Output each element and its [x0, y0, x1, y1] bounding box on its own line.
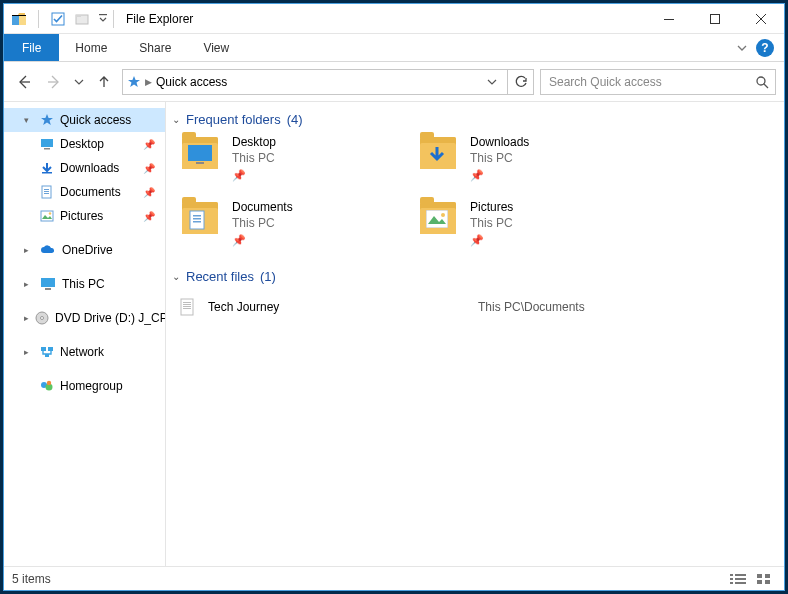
sidebar-item-this-pc[interactable]: ▸ This PC — [4, 272, 165, 296]
navigation-bar: ▶ Quick access — [4, 62, 784, 102]
pin-icon: 📌 — [143, 139, 155, 150]
desktop-icon — [40, 137, 54, 151]
folder-icon — [416, 200, 460, 240]
recent-file-item[interactable]: Tech Journey This PC\Documents — [178, 292, 772, 322]
pin-icon: 📌 — [232, 169, 276, 182]
sidebar-item-network[interactable]: ▸ Network — [4, 340, 165, 364]
svg-rect-46 — [730, 582, 733, 584]
svg-rect-47 — [735, 582, 746, 584]
address-bar[interactable]: ▶ Quick access — [122, 69, 508, 95]
chevron-down-icon[interactable]: ⌄ — [172, 271, 180, 282]
file-explorer-window: File Explorer File Home Share View ? — [3, 3, 785, 591]
tab-view[interactable]: View — [187, 34, 245, 61]
svg-rect-50 — [757, 580, 762, 584]
details-view-button[interactable] — [726, 570, 750, 588]
sidebar-item-label: Homegroup — [60, 379, 123, 393]
svg-rect-12 — [42, 172, 52, 174]
pin-icon: 📌 — [470, 169, 529, 182]
svg-rect-5 — [76, 15, 81, 17]
recent-locations-dropdown-icon[interactable] — [72, 70, 86, 94]
chevron-right-icon[interactable]: ▶ — [145, 77, 152, 87]
chevron-right-icon[interactable]: ▸ — [24, 245, 34, 255]
properties-qat-icon[interactable] — [49, 10, 67, 28]
svg-rect-11 — [44, 148, 50, 150]
search-input[interactable] — [547, 74, 755, 90]
sidebar-item-documents[interactable]: Documents 📌 — [4, 180, 165, 204]
svg-point-9 — [757, 77, 765, 85]
breadcrumb-quick-access[interactable]: Quick access — [156, 75, 227, 89]
svg-rect-35 — [426, 210, 448, 228]
tab-file[interactable]: File — [4, 34, 59, 61]
chevron-down-icon[interactable]: ⌄ — [172, 114, 180, 125]
folder-item-documents[interactable]: Documents This PC 📌 — [178, 200, 408, 247]
folder-item-desktop[interactable]: Desktop This PC 📌 — [178, 135, 408, 182]
help-button[interactable]: ? — [756, 39, 774, 57]
svg-point-36 — [441, 213, 445, 217]
sidebar-item-label: This PC — [62, 277, 105, 291]
sidebar-item-quick-access[interactable]: ▾ Quick access — [4, 108, 165, 132]
sidebar-item-downloads[interactable]: Downloads 📌 — [4, 156, 165, 180]
quick-access-star-icon — [127, 75, 141, 89]
navigation-pane[interactable]: ▾ Quick access Desktop 📌 Downloads 📌 Doc… — [4, 102, 166, 566]
back-button[interactable] — [12, 70, 36, 94]
minimize-button[interactable] — [646, 4, 692, 34]
sidebar-item-dvd-drive[interactable]: ▸ DVD Drive (D:) J_CPRA — [4, 306, 165, 330]
svg-rect-20 — [45, 288, 51, 290]
sidebar-item-label: Downloads — [60, 161, 119, 175]
disc-icon — [35, 311, 49, 325]
svg-rect-6 — [99, 14, 107, 15]
ribbon-expand-icon[interactable] — [728, 34, 756, 61]
maximize-button[interactable] — [692, 4, 738, 34]
folder-item-downloads[interactable]: Downloads This PC 📌 — [416, 135, 646, 182]
address-history-dropdown-icon[interactable] — [481, 77, 503, 87]
chevron-down-icon[interactable]: ▾ — [24, 115, 34, 125]
content-pane[interactable]: ⌄ Frequent folders (4) Desktop This PC 📌 — [166, 102, 784, 566]
up-button[interactable] — [92, 70, 116, 94]
sidebar-item-onedrive[interactable]: ▸ OneDrive — [4, 238, 165, 262]
sidebar-item-homegroup[interactable]: ▸ Homegroup — [4, 374, 165, 398]
sidebar-item-desktop[interactable]: Desktop 📌 — [4, 132, 165, 156]
svg-rect-10 — [41, 139, 53, 147]
app-icon[interactable] — [10, 10, 28, 28]
close-button[interactable] — [738, 4, 784, 34]
pin-icon: 📌 — [470, 234, 513, 247]
folder-name: Desktop — [232, 135, 276, 149]
chevron-right-icon[interactable]: ▸ — [24, 347, 34, 357]
sidebar-item-label: OneDrive — [62, 243, 113, 257]
search-icon[interactable] — [755, 75, 769, 89]
folder-location: This PC — [470, 151, 529, 165]
onedrive-icon — [40, 244, 56, 256]
svg-rect-8 — [711, 14, 720, 23]
svg-rect-40 — [183, 306, 191, 307]
refresh-button[interactable] — [508, 69, 534, 95]
folder-location: This PC — [232, 216, 293, 230]
folder-icon — [416, 135, 460, 175]
download-icon — [40, 161, 54, 175]
chevron-right-icon[interactable]: ▸ — [24, 279, 34, 289]
status-bar: 5 items — [4, 566, 784, 590]
search-box[interactable] — [540, 69, 776, 95]
sidebar-item-pictures[interactable]: Pictures 📌 — [4, 204, 165, 228]
status-item-count: 5 items — [12, 572, 51, 586]
chevron-right-icon[interactable]: ▸ — [24, 313, 29, 323]
recent-file-name: Tech Journey — [208, 300, 468, 314]
frequent-folders-grid: Desktop This PC 📌 Downloads This PC 📌 — [178, 135, 772, 247]
new-folder-qat-icon[interactable] — [73, 10, 91, 28]
network-icon — [40, 345, 54, 359]
svg-rect-2 — [12, 16, 19, 25]
section-header-frequent-folders[interactable]: ⌄ Frequent folders (4) — [172, 112, 772, 127]
svg-rect-51 — [765, 580, 770, 584]
qat-customise-dropdown-icon[interactable] — [97, 10, 109, 28]
forward-button[interactable] — [42, 70, 66, 94]
tab-home[interactable]: Home — [59, 34, 123, 61]
svg-rect-32 — [193, 215, 201, 217]
large-icons-view-button[interactable] — [752, 570, 776, 588]
svg-point-22 — [41, 317, 44, 320]
pin-icon: 📌 — [143, 163, 155, 174]
folder-item-pictures[interactable]: Pictures This PC 📌 — [416, 200, 646, 247]
section-title: Frequent folders — [186, 112, 281, 127]
tab-share[interactable]: Share — [123, 34, 187, 61]
section-header-recent-files[interactable]: ⌄ Recent files (1) — [172, 269, 772, 284]
folder-name: Pictures — [470, 200, 513, 214]
svg-rect-23 — [41, 347, 46, 351]
